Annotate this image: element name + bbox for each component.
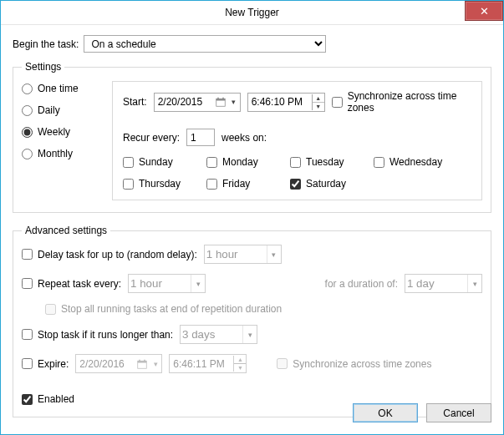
radio-daily[interactable]: Daily [22, 104, 102, 116]
chevron-down-icon: ▾ [267, 245, 281, 263]
delay-checkbox[interactable]: Delay task for up to (random delay): [22, 249, 197, 260]
day-wednesday[interactable]: Wednesday [374, 156, 457, 168]
expire-date-input[interactable] [76, 356, 135, 372]
recur-label-after: weeks on: [221, 132, 267, 144]
begin-task-select[interactable]: On a schedule [84, 35, 326, 53]
schedule-panel: Start: ▾ ▲ ▼ [112, 81, 482, 200]
titlebar: New Trigger ✕ [1, 1, 503, 25]
repeat-combo[interactable]: ▾ [128, 274, 206, 293]
radio-weekly[interactable]: Weekly [22, 126, 102, 138]
repeat-duration-combo[interactable]: ▾ [405, 274, 482, 293]
advanced-group: Advanced settings Delay task for up to (… [13, 225, 491, 417]
sync-timezones-input[interactable] [332, 97, 343, 108]
time-spinner[interactable]: ▲ ▼ [233, 356, 246, 372]
expire-sync-label: Synchronize across time zones [293, 358, 431, 370]
start-time-input[interactable] [248, 94, 312, 110]
time-spinner[interactable]: ▲ ▼ [312, 94, 324, 110]
svg-rect-7 [145, 359, 146, 361]
svg-rect-3 [222, 98, 224, 99]
delay-row: Delay task for up to (random delay): ▾ [22, 245, 482, 264]
day-saturday[interactable]: Saturday [290, 178, 374, 190]
expire-date-picker[interactable]: ▾ [75, 354, 162, 373]
stop-longer-combo[interactable]: ▾ [180, 325, 257, 344]
radio-monthly[interactable]: Monthly [22, 148, 102, 159]
stop-at-end-input [45, 304, 56, 315]
radio-daily-input[interactable] [22, 105, 33, 116]
repeat-value[interactable] [129, 275, 191, 292]
client-area: Begin the task: On a schedule Settings O… [1, 25, 503, 435]
day-wednesday-input[interactable] [374, 157, 384, 168]
delay-value[interactable] [205, 245, 267, 263]
sync-timezones-checkbox[interactable]: Synchronize across time zones [332, 90, 471, 114]
weekday-grid: Sunday Monday Tuesday Wednesday [123, 156, 471, 190]
day-saturday-input[interactable] [290, 179, 301, 190]
radio-daily-label: Daily [38, 104, 60, 116]
expire-time-input[interactable] [170, 356, 233, 372]
radio-monthly-input[interactable] [22, 149, 33, 159]
day-friday-label: Friday [222, 178, 250, 190]
radio-one-time-label: One time [38, 83, 79, 94]
ok-button[interactable]: OK [353, 403, 418, 422]
delay-input[interactable] [22, 249, 33, 260]
start-date-input[interactable] [155, 94, 213, 110]
delay-combo[interactable]: ▾ [204, 245, 282, 264]
repeat-input[interactable] [22, 278, 33, 289]
expire-sync-checkbox[interactable]: Synchronize across time zones [277, 358, 431, 370]
radio-one-time-input[interactable] [22, 83, 33, 94]
window-title: New Trigger [225, 7, 279, 18]
start-date-picker[interactable]: ▾ [154, 93, 241, 112]
new-trigger-dialog: New Trigger ✕ Begin the task: On a sched… [0, 0, 504, 435]
recur-row: Recur every: weeks on: [123, 129, 471, 146]
advanced-legend: Advanced settings [22, 225, 110, 236]
chevron-up-icon: ▲ [234, 356, 246, 363]
stop-longer-input[interactable] [22, 329, 33, 340]
day-thursday-label: Thursday [139, 178, 181, 190]
day-monday-label: Monday [222, 156, 258, 168]
day-tuesday-label: Tuesday [306, 156, 344, 168]
day-monday-input[interactable] [206, 157, 217, 168]
start-time-picker[interactable]: ▲ ▼ [247, 93, 325, 112]
repeat-row: Repeat task every: ▾ for a duration of: … [22, 274, 482, 293]
svg-rect-2 [217, 98, 219, 99]
start-label: Start: [123, 96, 147, 108]
stop-at-end-row: Stop all running tasks at end of repetit… [45, 303, 482, 315]
radio-weekly-label: Weekly [38, 126, 70, 138]
repeat-checkbox[interactable]: Repeat task every: [22, 278, 121, 290]
recur-label-before: Recur every: [123, 132, 180, 144]
expire-checkbox[interactable]: Expire: [22, 358, 69, 370]
begin-task-row: Begin the task: On a schedule [13, 35, 491, 53]
cancel-button[interactable]: Cancel [426, 403, 491, 422]
day-tuesday[interactable]: Tuesday [290, 156, 374, 168]
day-saturday-label: Saturday [306, 178, 346, 190]
day-monday[interactable]: Monday [206, 156, 290, 168]
recur-weeks-input[interactable] [186, 129, 215, 146]
day-thursday[interactable]: Thursday [123, 178, 206, 190]
frequency-radio-group: One time Daily Weekly Monthly [22, 81, 102, 200]
day-friday-input[interactable] [206, 179, 217, 190]
enabled-input[interactable] [22, 394, 33, 405]
settings-group: Settings One time Daily Weekly [13, 61, 491, 213]
expire-sync-input [277, 358, 288, 369]
repeat-duration-value[interactable] [405, 275, 467, 292]
radio-one-time[interactable]: One time [22, 83, 102, 94]
calendar-icon [213, 97, 228, 107]
stop-longer-checkbox[interactable]: Stop task if it runs longer than: [22, 329, 173, 341]
day-sunday-label: Sunday [139, 156, 173, 168]
day-tuesday-input[interactable] [290, 157, 301, 168]
day-thursday-input[interactable] [123, 179, 134, 190]
chevron-down-icon: ▾ [228, 98, 240, 106]
expire-time-picker[interactable]: ▲ ▼ [169, 354, 247, 373]
day-sunday[interactable]: Sunday [123, 156, 206, 168]
stop-longer-value[interactable] [181, 326, 242, 343]
expire-input[interactable] [22, 358, 33, 369]
day-wednesday-label: Wednesday [389, 156, 442, 168]
chevron-up-icon: ▲ [313, 94, 324, 102]
enabled-checkbox[interactable]: Enabled [22, 393, 74, 405]
repeat-duration-label: for a duration of: [325, 278, 398, 290]
stop-at-end-checkbox[interactable]: Stop all running tasks at end of repetit… [45, 303, 282, 315]
radio-weekly-input[interactable] [22, 127, 33, 138]
day-friday[interactable]: Friday [206, 178, 290, 190]
day-sunday-input[interactable] [123, 157, 134, 168]
close-button[interactable]: ✕ [465, 1, 503, 21]
settings-legend: Settings [22, 61, 64, 73]
